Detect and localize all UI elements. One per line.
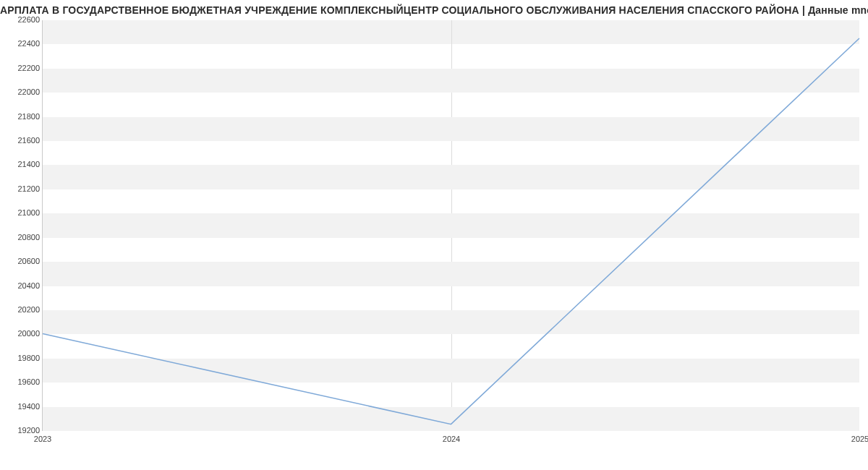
line-series [43,20,859,430]
x-tick-label: 2025 [851,435,868,443]
y-tick-label: 20000 [12,329,40,338]
y-tick-label: 21600 [12,136,40,145]
y-tick-label: 20400 [12,281,40,290]
x-tick-label: 2024 [443,435,460,443]
y-tick-label: 19800 [12,354,40,362]
y-tick-label: 20200 [12,305,40,314]
chart-plot: 1920019400196001980020000202002040020600… [42,20,859,431]
x-tick-label: 2023 [34,435,51,443]
y-tick-label: 20600 [12,257,40,265]
plot-area: 1920019400196001980020000202002040020600… [42,20,859,431]
series-line [43,38,859,424]
y-tick-label: 19600 [12,377,40,386]
y-tick-label: 21800 [12,112,40,121]
chart-title: АРПЛАТА В ГОСУДАРСТВЕННОЕ БЮДЖЕТНАЯ УЧРЕ… [0,4,868,16]
y-tick-label: 21400 [12,160,40,168]
y-tick-label: 22400 [12,39,40,48]
y-tick-label: 22600 [12,15,40,24]
y-tick-label: 22200 [12,64,40,72]
y-tick-label: 21000 [12,208,40,217]
y-tick-label: 20800 [12,233,40,242]
y-tick-label: 19400 [12,402,40,411]
y-tick-label: 19200 [12,426,40,435]
y-tick-label: 21200 [12,184,40,193]
y-tick-label: 22000 [12,87,40,96]
